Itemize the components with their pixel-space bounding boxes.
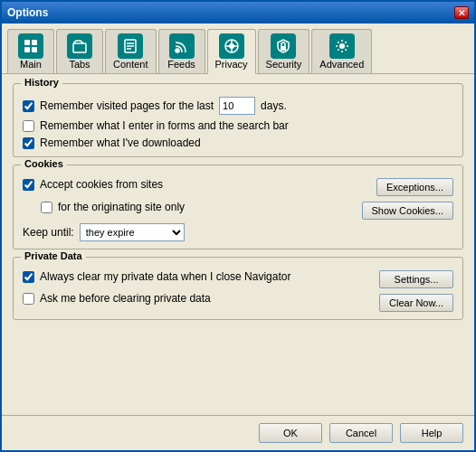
always-clear-row: Always clear my private data when I clos…	[23, 270, 290, 283]
private-data-group-label: Private Data	[21, 250, 86, 261]
tab-security[interactable]: Security	[258, 29, 310, 73]
forms-row: Remember what I enter in forms and the s…	[23, 119, 453, 132]
svg-point-9	[176, 49, 179, 52]
close-button[interactable]: ✕	[454, 6, 469, 19]
svg-rect-16	[281, 46, 286, 51]
keep-until-select[interactable]: they expire I close Navigator ask me eve…	[80, 223, 185, 241]
cookies-group-label: Cookies	[21, 158, 67, 169]
cookies-right-panel: Exceptions... Show Cookies...	[362, 178, 453, 220]
svg-rect-2	[24, 47, 30, 52]
always-clear-label: Always clear my private data when I clos…	[40, 270, 290, 283]
accept-cookies-row: Accept cookies from sites	[23, 178, 185, 191]
privacy-icon	[219, 33, 244, 59]
private-left-panel: Always clear my private data when I clos…	[23, 270, 290, 305]
downloads-label: Remember what I've downloaded	[40, 137, 201, 149]
footer: OK Cancel Help	[2, 415, 474, 450]
main-icon	[18, 33, 43, 59]
feeds-icon	[169, 33, 195, 59]
visited-checkbox[interactable]	[23, 100, 34, 112]
always-clear-checkbox[interactable]	[23, 271, 34, 283]
clear-now-button[interactable]: Clear Now...	[379, 294, 453, 312]
svg-point-11	[229, 43, 234, 49]
ok-button[interactable]: OK	[259, 423, 322, 443]
keep-until-label: Keep until:	[23, 226, 74, 239]
ask-before-row: Ask me before clearing private data	[23, 292, 290, 305]
svg-rect-1	[32, 40, 37, 45]
days-unit-label: days.	[261, 99, 287, 112]
cookies-group: Cookies Accept cookies from sites for th…	[13, 165, 463, 250]
private-right-panel: Settings... Clear Now...	[379, 270, 453, 312]
downloads-checkbox[interactable]	[23, 137, 34, 149]
originating-row: for the originating site only	[23, 201, 185, 213]
tab-main[interactable]: Main	[7, 29, 54, 73]
svg-rect-0	[24, 40, 30, 45]
security-icon	[271, 33, 296, 59]
svg-point-17	[339, 43, 345, 49]
svg-rect-4	[73, 43, 86, 52]
tabs-bar: Main Tabs Content Feeds Privacy	[2, 24, 474, 74]
keep-until-row: Keep until: they expire I close Navigato…	[23, 223, 185, 241]
tab-privacy[interactable]: Privacy	[207, 29, 256, 74]
tab-tabs[interactable]: Tabs	[56, 29, 103, 73]
originating-checkbox[interactable]	[41, 202, 52, 213]
downloads-row: Remember what I've downloaded	[23, 137, 453, 149]
days-input[interactable]	[219, 97, 255, 115]
show-cookies-button[interactable]: Show Cookies...	[362, 202, 453, 220]
history-group: History Remember visited pages for the l…	[13, 83, 463, 157]
window-title: Options	[7, 6, 48, 19]
tabs-icon	[67, 33, 92, 59]
options-dialog: Options ✕ Main Tabs Content Feeds	[0, 0, 476, 452]
cancel-button[interactable]: Cancel	[329, 423, 393, 443]
content-icon	[118, 33, 143, 59]
originating-label: for the originating site only	[58, 201, 185, 213]
advanced-icon	[329, 33, 355, 59]
accept-cookies-checkbox[interactable]	[23, 179, 34, 191]
tab-content[interactable]: Content	[105, 29, 157, 73]
tab-advanced[interactable]: Advanced	[311, 29, 372, 73]
tab-feeds[interactable]: Feeds	[158, 29, 205, 73]
forms-checkbox[interactable]	[23, 120, 34, 132]
ask-before-label: Ask me before clearing private data	[40, 292, 211, 305]
svg-rect-3	[32, 47, 37, 52]
titlebar: Options ✕	[2, 2, 474, 24]
tab-content-area: History Remember visited pages for the l…	[2, 74, 474, 415]
private-data-group: Private Data Always clear my private dat…	[13, 257, 463, 320]
visited-pages-row: Remember visited pages for the last days…	[23, 97, 453, 115]
settings-button[interactable]: Settings...	[379, 270, 453, 288]
accept-cookies-label: Accept cookies from sites	[40, 178, 163, 191]
cookies-left-panel: Accept cookies from sites for the origin…	[23, 178, 185, 241]
ask-before-checkbox[interactable]	[23, 293, 34, 305]
history-group-label: History	[21, 77, 62, 88]
visited-label: Remember visited pages for the last	[40, 99, 214, 112]
help-button[interactable]: Help	[400, 423, 463, 443]
exceptions-button[interactable]: Exceptions...	[376, 178, 453, 196]
forms-label: Remember what I enter in forms and the s…	[40, 119, 289, 132]
